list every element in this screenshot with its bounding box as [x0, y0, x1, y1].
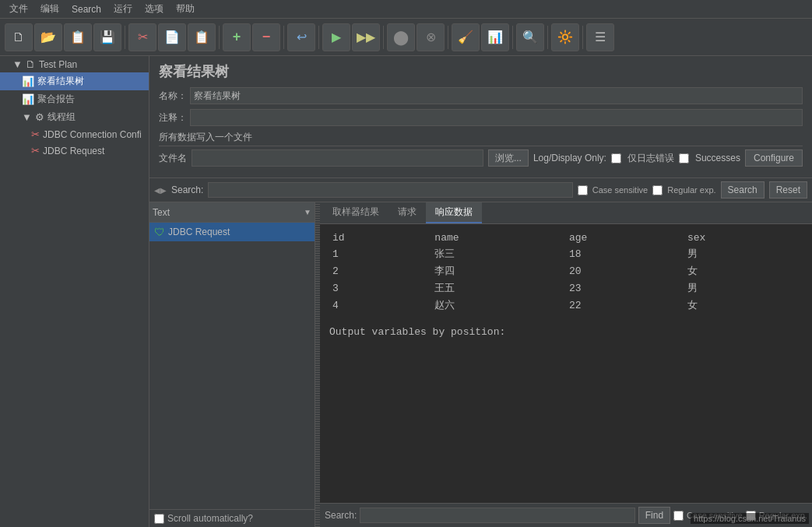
regular-exp-checkbox[interactable]: [652, 185, 663, 195]
text-header: Text ▼: [149, 202, 315, 223]
sidebar-jdbc-request-label: JDBC Request: [43, 146, 104, 156]
drag-left-icon: ◀▶: [154, 186, 167, 195]
cell-age: 22: [566, 297, 684, 314]
success-checkbox[interactable]: [679, 153, 689, 163]
sidebar-item-jdbc-request[interactable]: ✂ JDBC Request: [0, 142, 149, 159]
col-header-age: age: [566, 230, 684, 245]
find-button[interactable]: Find: [638, 507, 670, 524]
menu-run[interactable]: 运行: [107, 1, 139, 17]
top-panel: 察看结果树 名称： 注释： 所有数据写入一个文件 文件名 浏览... Log/D…: [149, 56, 812, 178]
menu-options[interactable]: 选项: [139, 1, 170, 17]
table-row: 4 赵六 22 女: [329, 297, 803, 314]
success-label: Successes: [695, 153, 740, 163]
reset-button[interactable]: Reset: [769, 181, 807, 199]
separator-6: [448, 26, 448, 49]
text-tree-list: 🛡 JDBC Request: [149, 223, 315, 509]
stopall-button[interactable]: ⊗: [417, 23, 445, 51]
list-item[interactable]: 🛡 JDBC Request: [149, 223, 315, 241]
open-button[interactable]: 📂: [34, 23, 62, 51]
tab-request[interactable]: 请求: [388, 202, 426, 223]
search-button[interactable]: Search: [721, 181, 765, 199]
bottom-search-input[interactable]: [360, 508, 634, 523]
error-only-label: 仅日志错误: [627, 152, 674, 165]
stop-button[interactable]: ⬤: [387, 23, 415, 51]
zoom-button[interactable]: 🔆: [551, 23, 579, 51]
separator-9: [582, 26, 583, 49]
sidebar-item-aggregate[interactable]: 📊 聚合报告: [0, 90, 149, 108]
separator-7: [512, 26, 513, 49]
comment-input[interactable]: [190, 109, 803, 126]
undo-button[interactable]: ↩: [287, 23, 315, 51]
name-label: 名称：: [159, 90, 190, 103]
cell-name: 赵六: [431, 297, 566, 314]
case-sensitive-label: Case sensitive: [592, 185, 649, 195]
sidebar: ▼ 🗋 Test Plan 📊 察看结果树 📊 聚合报告 ▼ ⚙ 线程组 ✂ J…: [0, 56, 149, 527]
remove-button[interactable]: −: [252, 23, 280, 51]
separator-5: [383, 26, 384, 49]
sidebar-jdbc-config-label: JDBC Connection Confi: [43, 129, 142, 140]
add-button[interactable]: +: [223, 23, 251, 51]
aggregate-icon: 📊: [22, 93, 34, 105]
bottom-case-sensitive-checkbox[interactable]: [673, 511, 684, 521]
text-header-arrow-icon: ▼: [304, 208, 311, 216]
scroll-auto-checkbox[interactable]: [154, 514, 164, 524]
menu-file[interactable]: 文件: [3, 1, 34, 17]
start-button[interactable]: ▶▶: [352, 23, 380, 51]
cell-sex: 男: [684, 245, 803, 262]
result-table: id name age sex 1 张三 18 男: [329, 230, 803, 314]
col-header-name: name: [431, 230, 566, 245]
save-button[interactable]: 📋: [64, 23, 92, 51]
paste-button[interactable]: 📋: [188, 23, 216, 51]
run-button[interactable]: ▶: [322, 23, 350, 51]
copy-button[interactable]: 📄: [158, 23, 186, 51]
sidebar-item-jdbc-config[interactable]: ✂ JDBC Connection Confi: [0, 126, 149, 142]
threadgroup-collapse-icon: ▼: [22, 111, 32, 123]
testplan-icon: 🗋: [26, 58, 36, 70]
list-item-label: JDBC Request: [168, 227, 230, 237]
threadgroup-icon: ⚙: [35, 111, 44, 123]
content-area: 察看结果树 名称： 注释： 所有数据写入一个文件 文件名 浏览... Log/D…: [149, 56, 812, 527]
saveas-button[interactable]: 💾: [93, 23, 121, 51]
output-variables-label: Output variables by position:: [329, 326, 803, 338]
case-sensitive-checkbox[interactable]: [578, 185, 588, 195]
cell-age: 18: [566, 245, 684, 262]
name-input[interactable]: [190, 87, 803, 104]
toolbar: 🗋 📂 📋 💾 ✂ 📄 📋 + − ↩ ▶ ▶▶ ⬤ ⊗ 🧹 📊 🔍 🔆 ☰: [0, 19, 812, 56]
file-row: 文件名 浏览... Log/Display Only: 仅日志错误 Succes…: [159, 149, 803, 167]
clear-button[interactable]: 🧹: [452, 23, 480, 51]
jdbc-config-icon: ✂: [31, 128, 40, 140]
tabs-row: 取样器结果 请求 响应数据: [320, 202, 812, 224]
menu-edit[interactable]: 编辑: [34, 1, 65, 17]
search-input[interactable]: [208, 182, 572, 198]
browse-button[interactable]: 浏览...: [488, 149, 529, 167]
menu-help[interactable]: 帮助: [170, 1, 201, 17]
remote-search-button[interactable]: 🔍: [516, 23, 544, 51]
tab-response-data[interactable]: 响应数据: [426, 202, 482, 223]
scroll-auto-row: Scroll automatically?: [149, 509, 315, 527]
sidebar-item-label: Test Plan: [39, 59, 77, 70]
report-button[interactable]: 📊: [481, 23, 509, 51]
configure-button[interactable]: Configure: [745, 149, 803, 167]
menu-search[interactable]: Search: [65, 2, 107, 16]
error-only-checkbox[interactable]: [611, 153, 621, 163]
sidebar-item-result-tree[interactable]: 📊 察看结果树: [0, 72, 149, 90]
sidebar-result-label: 察看结果树: [37, 75, 84, 88]
right-panel: 取样器结果 请求 响应数据 id name age sex: [320, 202, 812, 527]
tab-sampler-result[interactable]: 取样器结果: [323, 202, 388, 223]
separator-8: [547, 26, 548, 49]
file-input[interactable]: [192, 149, 483, 167]
comment-row: 注释：: [159, 109, 803, 126]
shield-icon: 🛡: [154, 226, 165, 238]
settings-button[interactable]: ☰: [586, 23, 614, 51]
cell-name: 李四: [431, 262, 566, 279]
sidebar-item-threadgroup[interactable]: ▼ ⚙ 线程组: [0, 108, 149, 126]
cell-name: 张三: [431, 245, 566, 262]
new-button[interactable]: 🗋: [5, 23, 33, 51]
cell-sex: 男: [684, 279, 803, 297]
table-row: 3 王五 23 男: [329, 279, 803, 297]
cut-button[interactable]: ✂: [128, 23, 156, 51]
cell-age: 23: [566, 279, 684, 297]
sidebar-item-testplan[interactable]: ▼ 🗋 Test Plan: [0, 56, 149, 72]
bottom-search-label: Search:: [325, 510, 357, 521]
cell-id: 3: [329, 279, 431, 297]
